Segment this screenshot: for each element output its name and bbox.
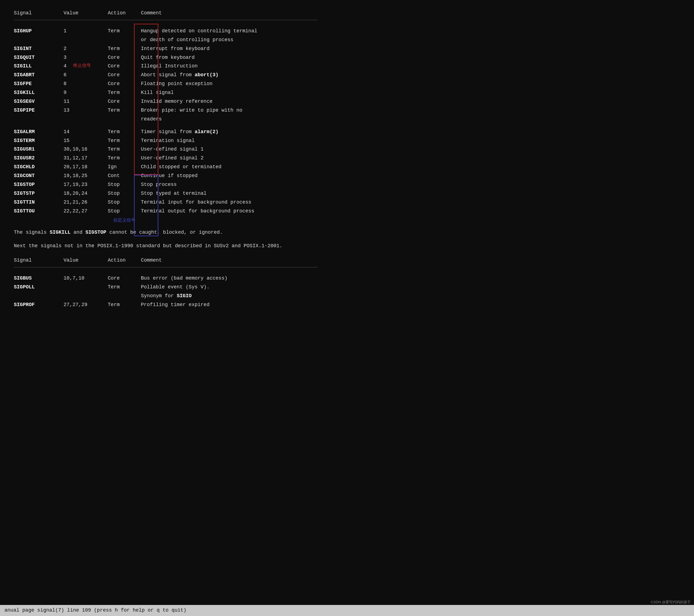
- divider-2: [14, 267, 318, 267]
- table-row: SIGSTOP 17,19,23 Stop Stop process: [14, 180, 318, 189]
- signal-comment: Bus error (bad memory access): [141, 275, 318, 282]
- table-2-section: Signal Value Action Comment SIGBUS 10,7,…: [14, 256, 318, 309]
- table-1-section: Signal Value Action Comment 终止信号 SIGHUP …: [14, 8, 318, 223]
- signal-comment: Broken pipe: write to pipe with no: [141, 107, 318, 114]
- signal-action: Core: [108, 54, 141, 62]
- signal-name: SIGFPE: [14, 80, 63, 88]
- signal-action: Term: [108, 154, 141, 162]
- signal-value: 6: [63, 71, 108, 79]
- table-row: SIGABRT 6 Core Abort signal from abort(3…: [14, 71, 318, 79]
- signal-name: SIGSEGV: [14, 98, 63, 106]
- table-row-cont: or death of controlling process: [14, 36, 318, 44]
- table-row: SIGCONT 19,18,25 Cont Continue if stoppe…: [14, 171, 318, 180]
- bold-sigstop: SIGSTOP: [85, 229, 106, 235]
- signal-action: Term: [108, 301, 141, 309]
- signal-value: 14: [63, 128, 108, 136]
- signal-comment: Termination signal: [141, 137, 318, 145]
- table-row-cont: Synonym for SIGIO: [14, 292, 318, 301]
- signal-value: 22,22,27: [63, 207, 108, 215]
- watermark: CSDN @爱写代码的孩子: [651, 599, 691, 605]
- signal-comment: Profiling timer expired: [141, 301, 318, 309]
- table-row: SIGPIPE 13 Term Broken pipe: write to pi…: [14, 106, 318, 115]
- table-row: SIGFPE 8 Core Floating point exception: [14, 79, 318, 88]
- signal-value: 20,17,18: [63, 163, 108, 171]
- signal-comment-cont: readers: [141, 115, 318, 123]
- table-row: SIGHUP 1 Term Hangup detected on control…: [14, 27, 318, 36]
- signal-action: Core: [108, 98, 141, 106]
- signal-name: SIGCHLD: [14, 163, 63, 171]
- table-row: SIGPROF 27,27,29 Term Profiling timer ex…: [14, 301, 318, 310]
- bold-abort: abort(3): [195, 72, 218, 78]
- signal-comment-cont: or death of controlling process: [141, 36, 318, 44]
- signal-comment-cont: Synonym for SIGIO: [141, 292, 318, 300]
- signal-comment: Timer signal from alarm(2): [141, 128, 318, 136]
- table-row-cont: readers: [14, 115, 318, 124]
- signal-comment: Floating point exception: [141, 80, 318, 88]
- signal-action: Term: [108, 27, 141, 35]
- signal-value: 2: [63, 45, 108, 53]
- table-row: SIGTTIN 21,21,26 Stop Terminal input for…: [14, 198, 318, 207]
- signal-action: Term: [108, 146, 141, 153]
- col-value-1: Value: [63, 10, 108, 17]
- signal-name: SIGPROF: [14, 301, 63, 309]
- footnote-2: Next the signals not in the POSIX.1-1990…: [14, 242, 318, 250]
- spacer-sighup: [14, 23, 318, 27]
- table-row: SIGQUIT 3 Core Quit from keyboard: [14, 53, 318, 62]
- signal-action: Stop: [108, 199, 141, 206]
- signal-action: Term: [108, 137, 141, 145]
- signal-comment: Child stopped or terminated: [141, 163, 318, 171]
- signal-comment: Terminal input for background process: [141, 199, 318, 206]
- table-row: SIGTTOU 22,22,27 Stop Terminal output fo…: [14, 207, 318, 216]
- table-row: SIGBUS 10,7,10 Core Bus error (bad memor…: [14, 274, 318, 283]
- signal-name: SIGUSR2: [14, 154, 63, 162]
- table-row: SIGUSR2 31,12,17 Term User-defined signa…: [14, 154, 318, 163]
- signal-action: Core: [108, 62, 141, 70]
- bottom-bar: anual page signal(7) line 109 (press h f…: [0, 605, 694, 616]
- signal-name: SIGTERM: [14, 137, 63, 145]
- signal-name: SIGKILL: [14, 89, 63, 97]
- signal-name: SIGTSTP: [14, 190, 63, 198]
- signal-action: Term: [108, 128, 141, 136]
- table-row: SIGSEGV 11 Core Invalid memory reference: [14, 97, 318, 106]
- table-row: SIGUSR1 30,10,16 Term User-defined signa…: [14, 145, 318, 154]
- signal-value: 15: [63, 137, 108, 145]
- signal-comment: Terminal output for background process: [141, 207, 318, 215]
- zh-label-custom: 自定义信号: [113, 217, 318, 224]
- signal-name: SIGCONT: [14, 172, 63, 180]
- signal-name: SIGSTOP: [14, 181, 63, 189]
- signal-value: 17,19,23: [63, 181, 108, 189]
- signal-action: Core: [108, 71, 141, 79]
- signal-name: SIGPOLL: [14, 283, 63, 291]
- signal-action: Cont: [108, 172, 141, 180]
- table-2-header: Signal Value Action Comment: [14, 256, 318, 265]
- col-value-2: Value: [63, 257, 108, 264]
- signal-value: 13: [63, 107, 108, 114]
- signal-comment: Stop process: [141, 181, 318, 189]
- signal-action: Stop: [108, 181, 141, 189]
- table-row: SIGKILL 9 Term Kill signal: [14, 88, 318, 97]
- signal-value: 18,20,24: [63, 190, 108, 198]
- signal-value: 21,21,26: [63, 199, 108, 206]
- signal-value: 1: [63, 27, 108, 35]
- signal-comment: Kill signal: [141, 89, 318, 97]
- signal-value: 30,10,16: [63, 146, 108, 153]
- col-comment-2: Comment: [141, 257, 318, 264]
- bold-alarm: alarm(2): [195, 129, 218, 134]
- signal-name: SIGILL: [14, 62, 63, 70]
- signal-comment: Hangup detected on controlling terminal: [141, 27, 318, 35]
- bold-sigkill: SIGKILL: [50, 229, 71, 235]
- signal-value: 27,27,29: [63, 301, 108, 309]
- signal-value: 3: [63, 54, 108, 62]
- signal-name: SIGHUP: [14, 27, 63, 35]
- signal-value: 31,12,17: [63, 154, 108, 162]
- signal-comment: Quit from keyboard: [141, 54, 318, 62]
- signal-name: SIGTTOU: [14, 207, 63, 215]
- signal-action: Term: [108, 107, 141, 114]
- col-comment-1: Comment: [141, 10, 318, 17]
- signal-name: SIGPIPE: [14, 107, 63, 114]
- signal-action: Term: [108, 283, 141, 291]
- signal-name: SIGUSR1: [14, 146, 63, 153]
- signal-action: Stop: [108, 207, 141, 215]
- signal-action: Core: [108, 275, 141, 282]
- table-row: SIGINT 2 Term Interrupt from keyboard: [14, 44, 318, 53]
